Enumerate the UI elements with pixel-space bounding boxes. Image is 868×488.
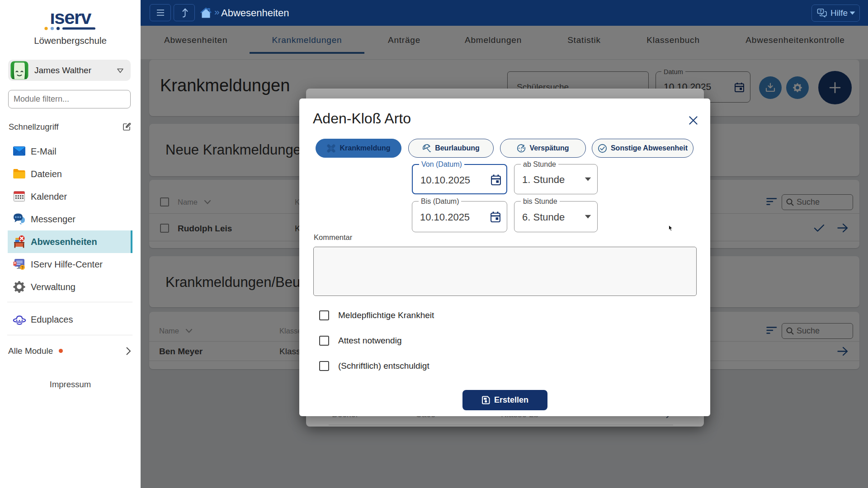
svg-text:?: ? [819, 9, 821, 14]
svg-text:?: ? [21, 265, 24, 270]
